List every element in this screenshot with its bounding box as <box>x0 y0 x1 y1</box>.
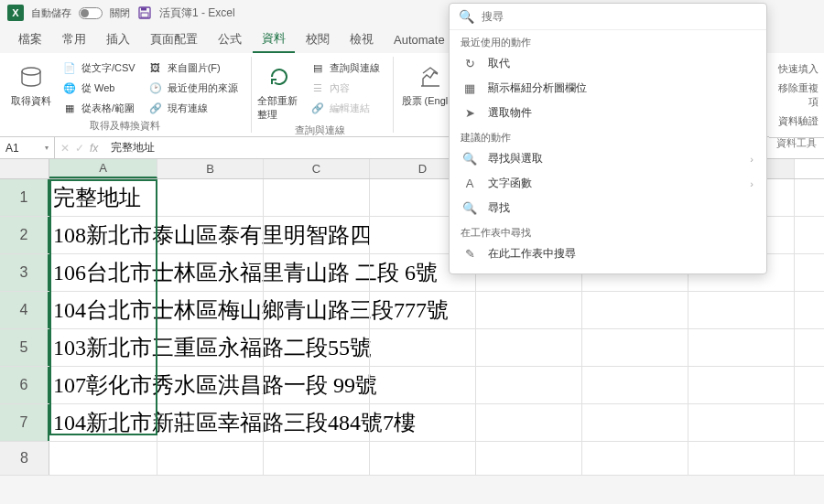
cell[interactable] <box>157 217 264 253</box>
from-text-csv-button[interactable]: 📄從文字/CSV <box>59 59 139 77</box>
cell[interactable]: 104台北市士林區梅山鄉青山路三段777號 <box>49 292 157 328</box>
cell[interactable] <box>157 292 264 328</box>
cell[interactable]: 104新北市新莊區幸福路三段484號7樓 <box>49 404 157 441</box>
search-item-label: 尋找與選取 <box>488 151 543 166</box>
cell[interactable]: 107彰化市秀水區洪昌路一段 99號 <box>49 367 157 403</box>
row-header[interactable]: 7 <box>0 404 49 441</box>
tab-review[interactable]: 校閱 <box>297 27 339 52</box>
tab-insert[interactable]: 插入 <box>97 27 139 52</box>
cell[interactable] <box>264 254 370 291</box>
cell[interactable] <box>582 404 688 441</box>
cell[interactable] <box>582 329 688 366</box>
cell[interactable] <box>476 442 582 475</box>
search-item[interactable]: ✎在此工作表中搜尋 <box>450 241 766 266</box>
cell[interactable] <box>582 292 688 328</box>
cell[interactable] <box>157 367 264 403</box>
edit-links-button[interactable]: 🔗編輯連結 <box>307 99 384 117</box>
cell[interactable] <box>582 367 688 403</box>
cell[interactable]: 108新北市泰山區泰有里明智路四 <box>49 217 157 253</box>
cell[interactable] <box>264 217 370 253</box>
suggested-actions-header: 建議的動作 <box>450 125 766 146</box>
recent-sources-button[interactable]: 🕑最近使用的來源 <box>145 79 242 97</box>
cell[interactable] <box>476 329 582 366</box>
cell[interactable] <box>157 442 264 475</box>
save-icon[interactable] <box>137 5 152 20</box>
name-box-dropdown-icon[interactable]: ▾ <box>45 144 49 152</box>
table-row: 7104新北市新莊區幸福路三段484號7樓 <box>0 404 824 442</box>
cell[interactable] <box>49 442 157 475</box>
col-header-c[interactable]: C <box>264 159 370 178</box>
properties-button[interactable]: ☰內容 <box>307 79 384 97</box>
cell[interactable] <box>688 367 795 403</box>
queries-conn-button[interactable]: ▤查詢與連線 <box>307 59 384 77</box>
name-box[interactable]: A1 ▾ <box>0 137 55 158</box>
search-item[interactable]: 🔍尋找 <box>450 196 766 220</box>
cell[interactable] <box>476 367 582 403</box>
cell[interactable] <box>476 292 582 328</box>
fx-icon[interactable]: fx <box>90 142 98 155</box>
tab-formulas[interactable]: 公式 <box>209 27 251 52</box>
cell[interactable] <box>157 179 264 216</box>
cell[interactable] <box>688 404 795 441</box>
tab-view[interactable]: 檢視 <box>341 27 383 52</box>
cell[interactable] <box>688 329 795 366</box>
from-web-button[interactable]: 🌐從 Web <box>59 79 139 97</box>
col-header-b[interactable]: B <box>157 159 264 178</box>
flash-fill-button[interactable]: 快速填入 <box>773 59 820 79</box>
refresh-all-button[interactable]: 全部重新整理 <box>257 59 301 122</box>
get-data-button[interactable]: 取得資料 <box>9 59 53 117</box>
search-popup: 🔍 最近使用的動作 ↻取代▦顯示樞紐分析圖欄位➤選取物件 建議的動作 🔍尋找與選… <box>449 3 767 274</box>
row-header[interactable]: 6 <box>0 367 49 403</box>
select-all-corner[interactable] <box>0 159 49 178</box>
search-item[interactable]: ➤選取物件 <box>450 101 766 125</box>
recent-sources-label: 最近使用的來源 <box>168 81 238 95</box>
cell[interactable] <box>370 292 476 328</box>
row-header[interactable]: 5 <box>0 329 49 366</box>
row-header[interactable]: 8 <box>0 442 49 475</box>
autosave-toggle[interactable] <box>79 7 103 19</box>
cell[interactable] <box>370 404 476 441</box>
tab-data[interactable]: 資料 <box>253 26 295 53</box>
cell[interactable] <box>264 442 370 475</box>
cell[interactable] <box>688 442 795 475</box>
from-table-button[interactable]: ▦從表格/範圍 <box>59 99 139 117</box>
cell[interactable] <box>157 404 264 441</box>
existing-conn-button[interactable]: 🔗現有連線 <box>145 99 242 117</box>
cell[interactable]: 106台北市士林區永福里青山路 二段 6號 <box>49 254 157 291</box>
tab-layout[interactable]: 頁面配置 <box>141 27 207 52</box>
from-picture-button[interactable]: 🖼來自圖片(F) <box>145 59 242 77</box>
cell[interactable] <box>264 292 370 328</box>
cell[interactable]: 完整地址 <box>49 179 157 216</box>
cell[interactable] <box>688 292 795 328</box>
cell[interactable] <box>370 329 476 366</box>
from-text-csv-label: 從文字/CSV <box>81 61 136 75</box>
cell[interactable] <box>157 254 264 291</box>
cell[interactable] <box>582 442 688 475</box>
cell[interactable] <box>157 329 264 366</box>
search-item[interactable]: 🔍尋找與選取› <box>450 146 766 171</box>
row-header[interactable]: 1 <box>0 179 49 216</box>
cell[interactable] <box>264 404 370 441</box>
search-item[interactable]: ↻取代 <box>450 51 766 76</box>
cell[interactable] <box>370 442 476 475</box>
cell[interactable] <box>476 404 582 441</box>
search-item-label: 文字函數 <box>488 176 532 191</box>
row-header[interactable]: 3 <box>0 254 49 291</box>
search-input[interactable] <box>482 10 757 23</box>
cell[interactable] <box>370 367 476 403</box>
cell[interactable]: 103新北市三重區永福路二段55號 <box>49 329 157 366</box>
tab-file[interactable]: 檔案 <box>9 27 51 52</box>
data-validation-button[interactable]: 資料驗證 <box>773 112 820 131</box>
tab-automate[interactable]: Automate <box>385 28 454 51</box>
table-row: 4104台北市士林區梅山鄉青山路三段777號 <box>0 292 824 329</box>
cell[interactable] <box>264 179 370 216</box>
row-header[interactable]: 4 <box>0 292 49 328</box>
search-item[interactable]: ▦顯示樞紐分析圖欄位 <box>450 76 766 101</box>
search-item[interactable]: A文字函數› <box>450 171 766 196</box>
remove-dup-button[interactable]: 移除重複項 <box>773 79 820 112</box>
row-header[interactable]: 2 <box>0 217 49 253</box>
cell[interactable] <box>264 367 370 403</box>
tab-home[interactable]: 常用 <box>53 27 95 52</box>
cell[interactable] <box>264 329 370 366</box>
col-header-a[interactable]: A <box>49 159 157 178</box>
